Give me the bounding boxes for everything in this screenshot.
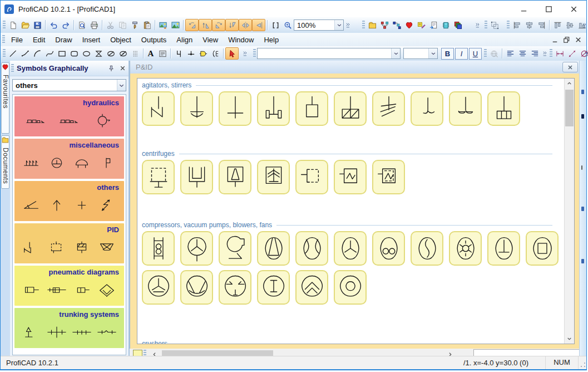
symbol-compressor-curves[interactable]: [295, 231, 328, 266]
maximize-button[interactable]: [536, 1, 561, 17]
toolbar-overflow-button[interactable]: [474, 19, 481, 31]
symbol-centrifuge-dashed-line[interactable]: [295, 160, 328, 194]
symbol-pump-train[interactable]: [58, 114, 80, 128]
symbol-agitator-box-diag[interactable]: [334, 91, 367, 126]
toolbar-grip[interactable]: [484, 49, 487, 58]
symbol-agitator-paddle[interactable]: [257, 91, 290, 126]
mdi-close-button[interactable]: [572, 35, 584, 45]
undo-button[interactable]: [47, 19, 60, 31]
align-top-edges-button[interactable]: [551, 19, 564, 31]
text-align-right-button[interactable]: [528, 47, 541, 60]
symbol-agitator-zigzag[interactable]: [372, 91, 405, 126]
document-title-bar[interactable]: P&ID: [130, 61, 582, 74]
integrated-circuit-button[interactable]: [439, 19, 452, 31]
toolbar-grip[interactable]: [2, 35, 5, 44]
symbol-agitator-hook[interactable]: [411, 91, 443, 126]
chevron-down-icon[interactable]: [334, 20, 343, 30]
close-icon[interactable]: [117, 63, 127, 74]
symbol-diamond-filter[interactable]: [96, 283, 117, 297]
symbol-agitator-flat[interactable]: [219, 91, 251, 126]
symbol-lightning[interactable]: [96, 198, 117, 212]
symbol-jog-line[interactable]: [96, 325, 117, 339]
print-preview-button[interactable]: [76, 19, 88, 31]
menu-edit[interactable]: Edit: [28, 34, 50, 46]
mirror-left-button[interactable]: [252, 19, 265, 31]
toolbar-grip[interactable]: [253, 49, 256, 58]
symbol-agitator-anchor[interactable]: [142, 91, 175, 126]
symbol-flag[interactable]: [96, 156, 117, 170]
symbol-compressor-lobes[interactable]: [372, 231, 405, 266]
symbol-compressor-arrows[interactable]: [219, 270, 251, 305]
arc-button[interactable]: [31, 47, 43, 60]
menu-outputs[interactable]: Outputs: [136, 34, 172, 46]
symbol-centrifuge-dashed[interactable]: [142, 160, 175, 194]
document-close-button[interactable]: [562, 62, 578, 72]
pin-icon[interactable]: [106, 63, 116, 74]
toolbar-grip[interactable]: [3, 49, 6, 58]
italic-button[interactable]: I: [455, 48, 468, 60]
chevron-down-icon[interactable]: [391, 48, 400, 58]
favourites-heart-button[interactable]: [403, 19, 415, 31]
symbol-blower[interactable]: [219, 231, 251, 266]
hook-connector-button[interactable]: [172, 47, 185, 60]
symbol-fan-propeller-bar[interactable]: [142, 270, 175, 305]
symbol-comb-rake[interactable]: [21, 156, 42, 170]
toolbar-grip[interactable]: [362, 21, 365, 30]
category-pid[interactable]: PID: [14, 223, 124, 263]
symbol-pole[interactable]: [21, 325, 42, 339]
rotate-left-button[interactable]: [185, 19, 199, 31]
menu-align[interactable]: Align: [171, 34, 197, 46]
polyline-button[interactable]: [19, 47, 31, 60]
scroll-down-button[interactable]: [565, 334, 574, 344]
symbols-tree-button[interactable]: [391, 19, 403, 31]
symbol-plus[interactable]: [71, 198, 92, 212]
symbol-centrifuge-chevrons[interactable]: [257, 160, 290, 194]
dimension-horizontal-button[interactable]: [554, 47, 566, 60]
rectangle-button[interactable]: [56, 47, 68, 60]
symbol-fan-propeller[interactable]: [334, 231, 367, 266]
bold-button[interactable]: B: [441, 48, 454, 60]
cut-button[interactable]: [104, 19, 116, 31]
symbol-cross-line[interactable]: [46, 325, 67, 339]
resize-grip[interactable]: [579, 356, 586, 369]
mdi-minimize-button[interactable]: [549, 35, 561, 45]
symbol-arrow-up[interactable]: [46, 198, 67, 212]
toolbar-overflow-button[interactable]: [583, 48, 588, 59]
symbol-earth-circle[interactable]: [46, 156, 67, 170]
gate-button[interactable]: [197, 47, 209, 60]
group-objects-button[interactable]: [488, 19, 501, 31]
zoom-combobox[interactable]: 100%: [294, 19, 344, 31]
symbol-fan-blades[interactable]: [180, 231, 213, 266]
font-family-combobox[interactable]: [257, 48, 401, 59]
align-middles-button[interactable]: [564, 19, 576, 31]
brace-connector-button[interactable]: [209, 47, 221, 60]
selection-brackets-button[interactable]: [269, 19, 281, 31]
vertical-scrollbar[interactable]: [564, 79, 574, 344]
copy-button[interactable]: [116, 19, 129, 31]
symbol-agitator-box[interactable]: [295, 91, 328, 126]
text-block-button[interactable]: [156, 47, 169, 60]
junction-point-button[interactable]: [185, 47, 197, 60]
symbol-agitator-propeller[interactable]: [449, 91, 482, 126]
toolbar-grip[interactable]: [3, 21, 6, 30]
save-button[interactable]: [31, 19, 43, 31]
symbol-dashed-box[interactable]: [46, 241, 67, 254]
sidebar-tab-documents[interactable]: Documents: [1, 135, 9, 189]
symbol-compressor-trapezoid[interactable]: [180, 270, 213, 305]
chevron-down-icon[interactable]: [428, 48, 437, 58]
minimize-button[interactable]: [511, 1, 536, 17]
symbol-centrifuge-wave[interactable]: [334, 160, 367, 194]
menu-object[interactable]: Object: [105, 34, 136, 46]
symbol-gauge-circle[interactable]: [92, 114, 113, 128]
flip-up-button[interactable]: [199, 19, 212, 31]
sidebar-tab-favourites[interactable]: Favourites: [1, 62, 9, 134]
text_tool-button[interactable]: A: [145, 47, 156, 60]
menu-view[interactable]: View: [197, 34, 223, 46]
translate-globe-button[interactable]: [488, 47, 500, 60]
symbol-compressor-star[interactable]: [449, 231, 482, 266]
rounded-rectangle-button[interactable]: [68, 47, 80, 60]
align-left-edges-button[interactable]: [511, 19, 523, 31]
symbol-centrifuge-wave-dashed[interactable]: [372, 160, 405, 194]
symbol-zigzag-drain[interactable]: [21, 241, 42, 254]
symbol-hatch-box[interactable]: [71, 241, 92, 254]
